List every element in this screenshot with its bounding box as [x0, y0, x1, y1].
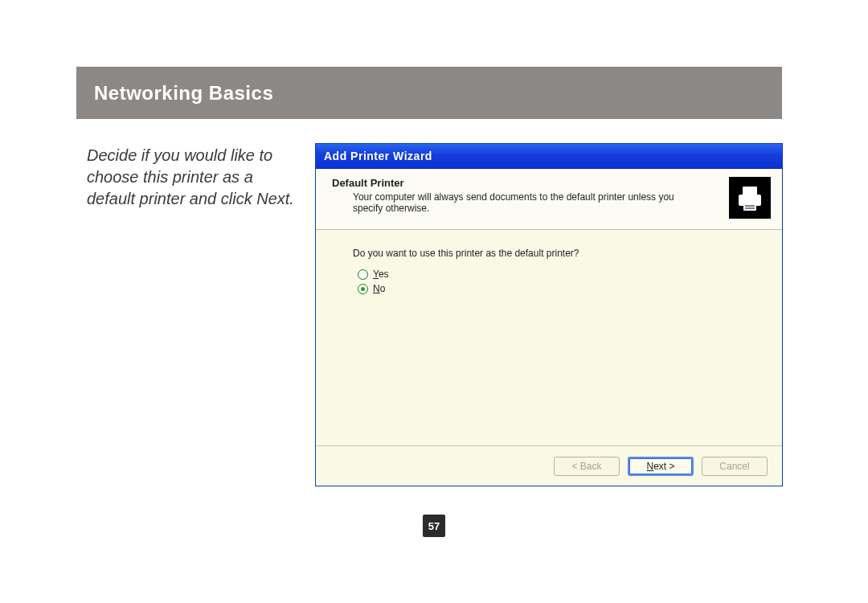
radio-icon — [358, 284, 368, 294]
radio-icon — [358, 269, 368, 280]
page-number: 57 — [428, 520, 440, 532]
cancel-button[interactable]: Cancel — [702, 457, 768, 476]
printer-icon — [729, 177, 771, 219]
section-title: Networking Basics — [94, 82, 273, 105]
back-button-label: < Back — [571, 461, 601, 472]
dialog-titlebar[interactable]: Add Printer Wizard — [316, 144, 782, 169]
cancel-button-label: Cancel — [719, 461, 749, 472]
page-number-badge: 57 — [423, 515, 445, 537]
back-button[interactable]: < Back — [554, 457, 620, 476]
dialog-body: Do you want to use this printer as the d… — [316, 230, 782, 445]
next-button[interactable]: Next > — [628, 457, 694, 476]
dialog-section-subtitle: Your computer will always send documents… — [353, 191, 690, 215]
next-button-label: Next > — [646, 461, 674, 472]
dialog-question: Do you want to use this printer as the d… — [353, 248, 766, 259]
dialog-header-area: Default Printer Your computer will alway… — [316, 169, 782, 230]
instruction-text: Decide if you would like to choose this … — [87, 145, 300, 210]
radio-label-no: No — [373, 283, 385, 294]
svg-rect-2 — [743, 203, 756, 211]
section-header: Networking Basics — [76, 67, 782, 119]
dialog-footer: < Back Next > Cancel — [316, 445, 782, 486]
radio-label-yes: Yes — [373, 269, 389, 280]
dialog-title: Add Printer Wizard — [324, 150, 432, 162]
radio-option-yes[interactable]: Yes — [358, 269, 766, 280]
add-printer-wizard-dialog: Add Printer Wizard Default Printer Your … — [315, 143, 783, 486]
dialog-section-title: Default Printer — [332, 177, 769, 189]
radio-option-no[interactable]: No — [358, 283, 766, 294]
svg-rect-1 — [743, 187, 757, 196]
